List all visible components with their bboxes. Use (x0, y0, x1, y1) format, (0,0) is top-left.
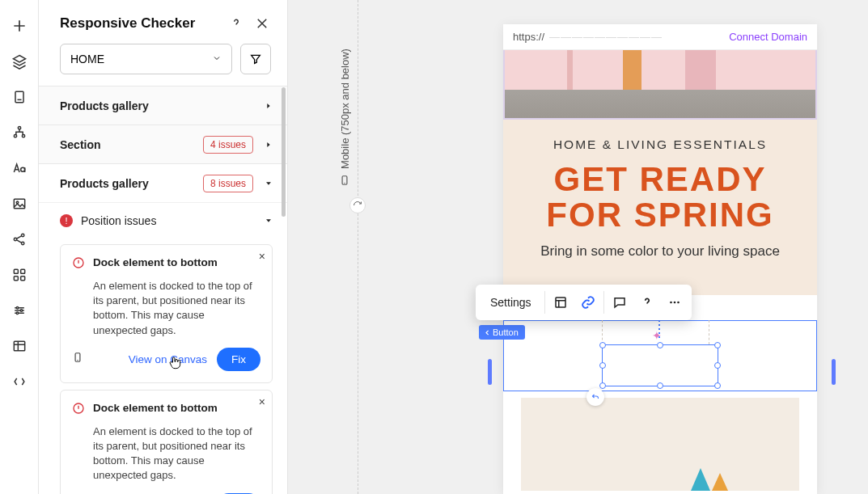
scrollbar-thumb[interactable] (282, 87, 286, 217)
hero-image (503, 50, 817, 120)
svg-rect-11 (20, 269, 24, 273)
hero-subtext: Bring in some color to your living space (516, 243, 804, 260)
fix-button[interactable]: Fix (217, 348, 260, 371)
warning-icon (72, 402, 85, 418)
tree-illustration-icon (712, 473, 728, 491)
svg-point-15 (20, 310, 23, 312)
layout-icon[interactable] (547, 289, 574, 316)
resize-handle[interactable] (714, 362, 721, 369)
svg-rect-22 (556, 298, 565, 307)
element-selection-box[interactable] (602, 344, 718, 386)
view-on-canvas-link[interactable]: View on Canvas (129, 353, 207, 365)
issue-title: Dock element to bottom (93, 402, 218, 414)
svg-point-1 (18, 127, 20, 129)
help-icon[interactable] (227, 15, 245, 32)
sitemap-icon[interactable] (8, 121, 31, 144)
svg-rect-17 (14, 341, 24, 351)
chevron-right-icon (265, 137, 273, 152)
selection-type-label[interactable]: Button (479, 325, 525, 340)
mobile-icon (72, 352, 83, 366)
apps-icon[interactable] (8, 264, 31, 286)
issue-card: × Dock element to bottom An element is d… (60, 244, 273, 383)
issue-title: Dock element to bottom (93, 256, 218, 268)
svg-point-14 (16, 306, 19, 309)
tree-illustration-icon (691, 468, 710, 491)
settings-button[interactable]: Settings (479, 296, 543, 309)
comment-icon[interactable] (606, 289, 633, 316)
page-select-value: HOME (70, 53, 104, 65)
chevron-down-icon (212, 53, 222, 65)
section-section[interactable]: Section 4 issues (39, 125, 287, 163)
hero-headline-line2: FOR SPRING (516, 197, 804, 233)
chevron-down-icon (265, 213, 273, 228)
svg-point-3 (22, 135, 24, 137)
canvas-resize-handle-left[interactable] (488, 359, 492, 385)
responsive-checker-panel: Responsive Checker HOME Products gallery… (39, 0, 288, 494)
svg-point-9 (21, 242, 23, 244)
breakpoint-label: Mobile (750px and below) (337, 32, 353, 186)
element-toolbar: Settings (476, 285, 692, 320)
issue-count-badge: 4 issues (203, 136, 253, 154)
more-icon[interactable] (661, 289, 688, 316)
breakpoint-divider (358, 0, 358, 494)
resize-handle[interactable] (599, 382, 606, 389)
page-select[interactable]: HOME (60, 44, 232, 74)
url-placeholder: —————————— (549, 31, 724, 43)
svg-rect-0 (15, 91, 23, 102)
svg-point-24 (673, 302, 675, 304)
svg-point-4 (20, 167, 24, 171)
hero-headline-line1: GET READY (516, 162, 804, 197)
preview-url-bar: https:// —————————— Connect Domain (503, 24, 817, 50)
svg-point-16 (16, 312, 19, 315)
connect-domain-link[interactable]: Connect Domain (729, 31, 807, 43)
dismiss-issue-icon[interactable]: × (259, 395, 265, 408)
resize-handle[interactable] (657, 382, 663, 389)
rotate-breakpoint-button[interactable] (349, 197, 366, 213)
issue-body: An element is docked to the top of its p… (93, 279, 260, 338)
chevron-down-icon (265, 176, 273, 191)
resize-handle[interactable] (714, 382, 721, 389)
scrollbar[interactable] (279, 86, 287, 494)
issue-card: × Dock element to bottom An element is d… (60, 390, 273, 494)
resize-handle[interactable] (714, 342, 721, 348)
resize-handle[interactable] (599, 342, 606, 348)
svg-point-2 (14, 135, 16, 137)
section-products-gallery-1[interactable]: Products gallery (39, 86, 287, 125)
close-icon[interactable] (253, 15, 271, 32)
svg-point-23 (670, 302, 672, 304)
warning-icon (72, 256, 85, 272)
share-icon[interactable] (8, 228, 31, 251)
undo-button[interactable] (586, 388, 604, 406)
resize-handle[interactable] (599, 362, 606, 369)
issue-group-position[interactable]: ! Position issues (39, 202, 287, 238)
canvas-resize-handle-right[interactable] (832, 359, 836, 385)
resize-handle[interactable] (657, 342, 663, 348)
section-products-gallery-2[interactable]: Products gallery 8 issues (39, 163, 287, 202)
hero-section: HOME & LIVING ESSENTIALS GET READY FOR S… (503, 120, 817, 295)
page-icon[interactable] (8, 86, 31, 108)
svg-point-25 (677, 302, 680, 304)
data-icon[interactable] (8, 335, 31, 357)
svg-point-8 (21, 234, 23, 236)
typography-icon[interactable] (8, 157, 31, 179)
filter-button[interactable] (240, 44, 271, 74)
add-element-icon[interactable]: ✦ (652, 329, 662, 342)
layers-icon[interactable] (8, 50, 31, 73)
chevron-right-icon (265, 99, 273, 113)
link-icon[interactable] (574, 289, 602, 316)
svg-rect-10 (14, 269, 18, 273)
url-protocol: https:// (513, 31, 544, 43)
issues-scroll-area: Products gallery Section 4 issues Produc… (39, 86, 287, 494)
code-icon[interactable] (8, 370, 31, 393)
panel-title: Responsive Checker (60, 15, 219, 32)
svg-rect-13 (20, 277, 24, 281)
secondary-section (503, 391, 817, 494)
help-icon[interactable] (633, 289, 661, 316)
image-icon[interactable] (8, 192, 31, 215)
mobile-icon (339, 175, 350, 186)
add-icon[interactable] (8, 15, 31, 37)
settings-icon[interactable] (8, 299, 31, 322)
dismiss-issue-icon[interactable]: × (259, 250, 265, 263)
issue-count-badge: 8 issues (203, 175, 253, 192)
hero-eyebrow: HOME & LIVING ESSENTIALS (516, 137, 804, 152)
